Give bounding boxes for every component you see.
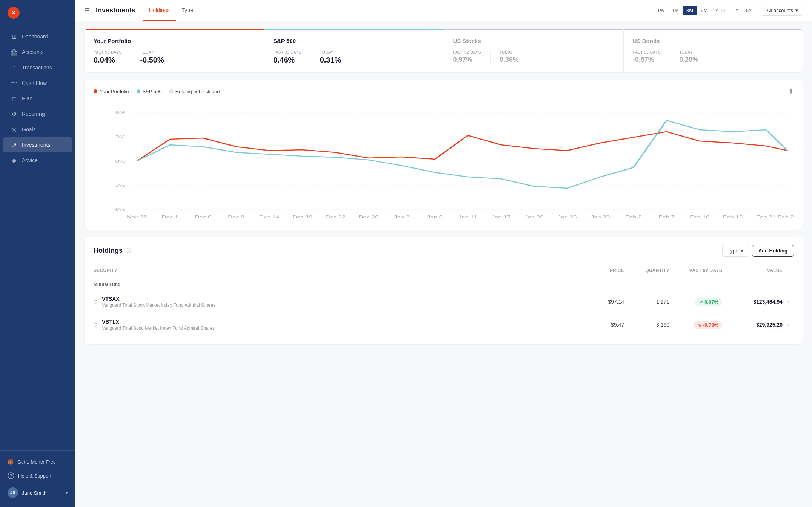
time-filter-5y[interactable]: 5Y bbox=[742, 6, 756, 15]
col-price: Price bbox=[579, 268, 624, 273]
past-metric: PAST 92 DAYS 0.04% bbox=[94, 50, 121, 65]
metric-divider bbox=[490, 50, 491, 64]
past-metric: PAST 92 DAYS -0.57% bbox=[633, 50, 661, 64]
tab-type[interactable]: Type bbox=[176, 0, 199, 21]
sidebar-item-label: Investments bbox=[22, 142, 50, 148]
legend-not-included-label: Holding not included bbox=[175, 89, 220, 94]
table-header: Security Price Quantity Past 92 days Val… bbox=[94, 264, 794, 277]
sidebar-item-label: Plan bbox=[22, 95, 32, 101]
holdings-rows: Mutual Fund VTSAX Vanguard Total Stock M… bbox=[94, 277, 794, 336]
svg-text:Jan 30: Jan 30 bbox=[591, 215, 610, 220]
svg-text:-3%: -3% bbox=[113, 183, 126, 187]
svg-text:Jan 25: Jan 25 bbox=[558, 215, 577, 220]
holdings-section: Holdings ⓘ Type ▾ Add Holding Security P… bbox=[85, 237, 803, 344]
sidebar-item-plan[interactable]: ◻ Plan bbox=[3, 91, 72, 106]
today-label: TODAY bbox=[679, 50, 698, 54]
today-value: 0.20% bbox=[679, 56, 698, 64]
transactions-icon: ↕ bbox=[11, 64, 17, 71]
past-value: 0.46% bbox=[273, 56, 301, 65]
table-row[interactable]: VTSAX Vanguard Total Stock Market Index … bbox=[94, 290, 794, 313]
chart-svg: 6% 3% 0% -3% -6% Nov 28 Dec 1 Dec 6 Dec … bbox=[94, 101, 794, 222]
accounts-dropdown[interactable]: All accounts ▾ bbox=[762, 5, 803, 16]
tab-holdings[interactable]: Holdings bbox=[143, 0, 175, 21]
past-label: PAST 92 DAYS bbox=[453, 50, 481, 54]
content-area: Your Portfolio PAST 92 DAYS 0.04% TODAY … bbox=[75, 21, 812, 507]
svg-text:Feb 7: Feb 7 bbox=[658, 215, 675, 220]
portfolio-card-your-portfolio[interactable]: Your Portfolio PAST 92 DAYS 0.04% TODAY … bbox=[85, 29, 264, 72]
sidebar-item-recurring[interactable]: ↺ Recurring bbox=[3, 106, 72, 121]
sidebar-item-label: Transactions bbox=[22, 65, 52, 71]
card-metrics: PAST 92 DAYS 0.97% TODAY 0.36% bbox=[453, 50, 614, 64]
header-right: 1W1M3M6MYTD1Y5Y All accounts ▾ bbox=[653, 5, 803, 16]
accounts-label: All accounts bbox=[767, 8, 793, 13]
logo[interactable] bbox=[0, 0, 75, 26]
security-cell: VBTLX Vanguard Total Bond Market Index F… bbox=[94, 319, 579, 331]
today-label: TODAY bbox=[320, 50, 341, 54]
svg-text:Dec 28: Dec 28 bbox=[358, 215, 379, 220]
time-filter-ytd[interactable]: YTD bbox=[711, 6, 729, 15]
svg-text:Feb 15: Feb 15 bbox=[723, 215, 743, 220]
promo-item[interactable]: 🎁 Get 1 Month Free bbox=[0, 455, 75, 469]
svg-text:Dec 19: Dec 19 bbox=[292, 215, 313, 220]
time-filter-3m[interactable]: 3M bbox=[683, 6, 697, 15]
chevron-down-icon: ▾ bbox=[741, 248, 743, 254]
col-past92: Past 92 days bbox=[669, 268, 722, 273]
download-icon[interactable]: ⬇ bbox=[788, 87, 794, 95]
card-bar bbox=[624, 29, 803, 30]
user-section[interactable]: JS Jane Smith ▾ bbox=[0, 483, 75, 502]
help-icon: ? bbox=[8, 472, 14, 479]
sidebar-item-transactions[interactable]: ↕ Transactions bbox=[3, 60, 72, 75]
card-title: US Bonds bbox=[633, 38, 794, 44]
card-title: S&P 500 bbox=[273, 38, 434, 44]
today-value: -0.50% bbox=[140, 56, 164, 65]
svg-text:Feb 2: Feb 2 bbox=[625, 215, 641, 220]
row-chevron-icon[interactable]: › bbox=[783, 298, 794, 305]
change-cell: ↗ 0.67% bbox=[669, 298, 722, 306]
portfolio-card-sp500[interactable]: S&P 500 PAST 92 DAYS 0.46% TODAY 0.31% bbox=[264, 29, 444, 72]
hamburger-icon[interactable]: ☰ bbox=[85, 7, 90, 14]
svg-text:Dec 9: Dec 9 bbox=[228, 215, 245, 220]
svg-text:6%: 6% bbox=[115, 111, 126, 115]
sidebar-item-accounts[interactable]: 🏦 Accounts bbox=[3, 45, 72, 60]
add-holding-button[interactable]: Add Holding bbox=[752, 245, 794, 257]
section-label: Mutual Fund bbox=[94, 277, 794, 290]
avatar: JS bbox=[8, 487, 18, 498]
svg-text:0%: 0% bbox=[115, 159, 126, 163]
price-cell: $9.47 bbox=[579, 322, 624, 328]
past-metric: PAST 92 DAYS 0.97% bbox=[453, 50, 481, 64]
sidebar-item-label: Advice bbox=[22, 157, 38, 163]
sidebar-item-investments[interactable]: ↗ Investments bbox=[3, 137, 72, 152]
security-cell: VTSAX Vanguard Total Stock Market Index … bbox=[94, 296, 579, 308]
sidebar-item-cash-flow[interactable]: 〜 Cash Flow bbox=[3, 75, 72, 91]
sidebar-item-dashboard[interactable]: ⊞ Dashboard bbox=[3, 29, 72, 44]
card-title: Your Portfolio bbox=[94, 38, 255, 44]
today-label: TODAY bbox=[500, 50, 519, 54]
security-desc: Vanguard Total Stock Market Index Fund A… bbox=[102, 303, 215, 308]
holdings-actions: Type ▾ Add Holding bbox=[722, 245, 794, 257]
support-label: Help & Support bbox=[18, 473, 51, 479]
svg-text:Jan 6: Jan 6 bbox=[427, 215, 443, 220]
card-metrics: PAST 92 DAYS -0.57% TODAY 0.20% bbox=[633, 50, 794, 64]
time-filter-6m[interactable]: 6M bbox=[697, 6, 711, 15]
time-filter-1m[interactable]: 1M bbox=[668, 6, 683, 15]
recurring-icon: ↺ bbox=[11, 111, 17, 117]
card-bar bbox=[85, 29, 264, 30]
sidebar-item-advice[interactable]: ◈ Advice bbox=[3, 153, 72, 168]
time-filter-1w[interactable]: 1W bbox=[653, 6, 668, 15]
change-badge: ↘ -0.73% bbox=[694, 321, 722, 329]
portfolio-card-us-stocks[interactable]: US Stocks PAST 92 DAYS 0.97% TODAY 0.36% bbox=[444, 29, 624, 72]
ticker: VBTLX bbox=[102, 319, 215, 325]
svg-text:Dec 14: Dec 14 bbox=[259, 215, 280, 220]
portfolio-card-us-bonds[interactable]: US Bonds PAST 92 DAYS -0.57% TODAY 0.20% bbox=[624, 29, 803, 72]
support-item[interactable]: ? Help & Support bbox=[0, 469, 75, 483]
row-chevron-icon[interactable]: › bbox=[783, 321, 794, 328]
past-label: PAST 92 DAYS bbox=[633, 50, 661, 54]
header-tabs: HoldingsType bbox=[143, 0, 199, 21]
svg-text:Dec 1: Dec 1 bbox=[161, 215, 178, 220]
table-row[interactable]: VBTLX Vanguard Total Bond Market Index F… bbox=[94, 313, 794, 336]
accounts-icon: 🏦 bbox=[11, 49, 17, 55]
time-filter-1y[interactable]: 1Y bbox=[729, 6, 742, 15]
info-icon[interactable]: ⓘ bbox=[126, 247, 131, 254]
sidebar-item-goals[interactable]: ◎ Goals bbox=[3, 122, 72, 137]
type-dropdown[interactable]: Type ▾ bbox=[722, 245, 749, 257]
